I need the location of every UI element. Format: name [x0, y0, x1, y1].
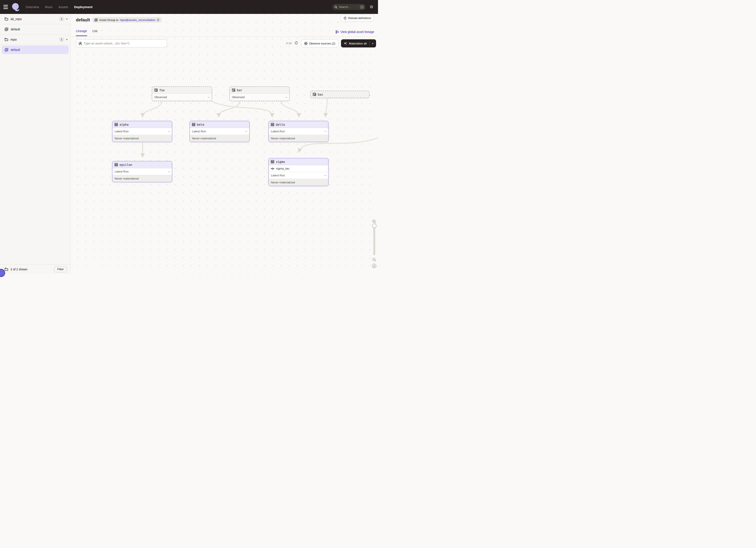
asset-count-badge: 1 — [59, 37, 64, 42]
zoom-in-icon[interactable] — [372, 220, 376, 224]
edge-bar-beta — [219, 101, 239, 117]
zoom-slider-handle[interactable] — [372, 224, 377, 228]
search-input[interactable]: Search... / — [332, 4, 365, 10]
materialize-options-caret[interactable]: ▾ — [370, 39, 376, 47]
chevron-down-icon[interactable]: ▾ — [66, 18, 67, 20]
materialize-all-main[interactable]: Materialize all — [341, 39, 369, 47]
chevron-down-icon[interactable]: ▾ — [66, 38, 67, 41]
table-asset-icon — [192, 123, 195, 126]
nav-item-overview[interactable]: Overview — [26, 5, 39, 9]
asset-group-icon — [5, 48, 8, 52]
nav-item-deployment[interactable]: Deployment — [74, 5, 93, 9]
asset-selection-icon — [78, 42, 82, 45]
asset-check-row[interactable]: sigma_tau — [269, 165, 328, 172]
edge-bar-delta — [281, 101, 299, 117]
materialization-status: Never materialized — [269, 179, 328, 186]
materialization-status: Never materialized — [112, 135, 172, 142]
asset-node-alpha[interactable]: alpha Latest Run – Never materialized — [112, 121, 172, 142]
latest-run-label: Latest Run — [271, 130, 285, 133]
shown-count-label: 2 of 2 shown — [10, 268, 54, 271]
asset-node-epsilon[interactable]: epsilon Latest Run – Never materialized — [112, 161, 172, 182]
latest-run-label: Latest Run — [192, 130, 206, 133]
observed-label: Observed — [154, 96, 167, 99]
settings-gear-icon[interactable]: ⚙ — [370, 5, 373, 9]
materialization-status: Never materialized — [269, 135, 328, 142]
observed-value: – — [208, 96, 210, 99]
asset-group-icon — [5, 28, 8, 31]
table-asset-icon — [271, 123, 274, 126]
page-title: default — [76, 18, 90, 22]
latest-run-value: – — [168, 130, 170, 133]
tab-list[interactable]: List — [93, 29, 97, 36]
refresh-icon[interactable] — [157, 19, 159, 21]
materialize-sparkle-icon — [344, 42, 347, 45]
reload-definitions-button[interactable]: Reload definitions — [341, 15, 374, 21]
sidebar-item-repo[interactable]: repo 1 ▾ — [0, 34, 70, 45]
asset-group-tag-prefix: Asset Group in — [99, 18, 118, 22]
folder-icon — [5, 268, 8, 271]
sidebar-item-default-altrepo[interactable]: default — [0, 24, 70, 34]
nav-links: Overview Runs Assets Deployment — [26, 5, 92, 9]
latest-run-value: – — [324, 174, 326, 177]
materialize-all-button[interactable]: Materialize all ▾ — [341, 39, 376, 47]
lineage-graph-icon — [336, 30, 339, 34]
latest-run-value: – — [168, 170, 170, 173]
view-global-asset-lineage-link[interactable]: View global asset lineage — [336, 30, 374, 34]
asset-node-delta[interactable]: delta Latest Run – Never materialized — [268, 121, 329, 142]
asset-node-baz[interactable]: baz — [310, 91, 369, 98]
search-placeholder: Search... — [339, 5, 360, 9]
asset-subset-input[interactable]: Type an asset subset... (ex: foo+*) — [76, 39, 167, 47]
table-asset-icon — [271, 160, 274, 163]
lineage-edges — [71, 14, 378, 274]
search-icon — [334, 6, 337, 9]
graph-zoom-controls — [371, 219, 377, 269]
view-tabs: Lineage List — [76, 29, 97, 36]
observed-label: Observed — [232, 96, 245, 99]
latest-run-label: Latest Run — [115, 170, 128, 173]
refresh-icon — [344, 17, 347, 20]
asset-node-bar[interactable]: bar Observed – — [229, 86, 290, 101]
search-shortcut-key: / — [360, 5, 364, 9]
group-header: default Asset Group in repo@assets_recon… — [71, 14, 378, 37]
dagster-logo[interactable] — [11, 2, 21, 12]
hamburger-menu-icon[interactable] — [0, 0, 10, 14]
asset-subset-placeholder: Type an asset subset... (ex: foo+*) — [84, 42, 129, 45]
latest-run-label: Latest Run — [271, 174, 285, 177]
zoom-slider-track[interactable] — [373, 225, 375, 255]
asset-node-beta[interactable]: beta Latest Run – Never materialized — [189, 121, 250, 142]
materialization-status: Never materialized — [190, 135, 249, 142]
edge-baz-delta — [326, 98, 327, 117]
top-nav: Overview Runs Assets Deployment Search..… — [0, 0, 378, 14]
table-asset-icon — [115, 123, 118, 126]
observe-sources-button[interactable]: Observe sources (2) — [301, 39, 338, 47]
repo-location-link[interactable]: repo@assets_reconciliation — [120, 18, 155, 22]
edge-foo-delta — [211, 101, 272, 117]
asset-count-badge: 1 — [59, 17, 64, 21]
edge-foo-alpha — [143, 101, 162, 117]
observe-eye-icon — [304, 42, 307, 45]
zoom-out-icon[interactable] — [372, 258, 376, 262]
source-asset-icon — [232, 89, 235, 92]
materialization-status: Never materialized — [112, 175, 172, 182]
latest-run-value: – — [245, 130, 247, 133]
recenter-download-icon[interactable] — [372, 264, 377, 268]
refresh-countdown: 0:18 — [286, 42, 292, 45]
nav-item-runs[interactable]: Runs — [45, 5, 53, 9]
source-asset-icon — [154, 89, 158, 92]
table-asset-icon — [115, 163, 118, 166]
sidebar-item-alt-repo[interactable]: alt_repo 1 ▾ — [0, 14, 70, 24]
asset-lineage-main: default Asset Group in repo@assets_recon… — [71, 14, 378, 274]
asset-node-foo[interactable]: foo Observed – — [152, 86, 212, 101]
asset-check-icon — [271, 168, 274, 170]
folder-icon — [5, 18, 8, 21]
asset-group-icon — [95, 18, 98, 22]
refresh-icon[interactable] — [295, 41, 298, 45]
sidebar-item-default-repo-selected[interactable]: default — [0, 45, 70, 55]
tab-lineage[interactable]: Lineage — [76, 29, 87, 36]
asset-group-tag: Asset Group in repo@assets_reconciliatio… — [92, 17, 162, 23]
nav-item-assets[interactable]: Assets — [59, 5, 68, 9]
sidebar-footer: 2 of 2 shown Filter — [0, 264, 70, 274]
asset-node-sigma[interactable]: sigma sigma_tau Latest Run – Never mater… — [268, 158, 329, 186]
filter-button[interactable]: Filter — [54, 266, 67, 272]
folder-icon — [5, 38, 8, 41]
